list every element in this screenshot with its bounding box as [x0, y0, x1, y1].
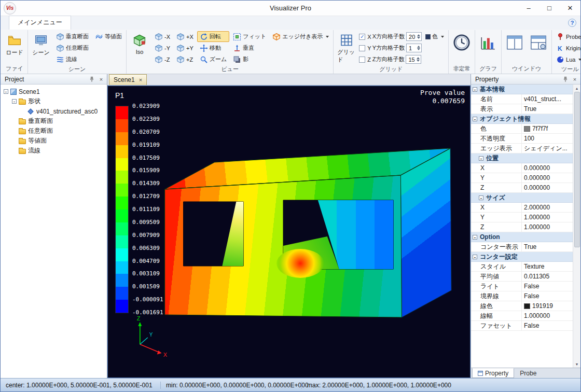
- tab-main-menu[interactable]: メインメニュー: [9, 16, 71, 30]
- property-value[interactable]: 2.000000: [522, 204, 573, 211]
- view-plus-x-button[interactable]: +X: [174, 31, 196, 42]
- property-row-表示[interactable]: 表示True: [471, 104, 573, 114]
- property-row-Z[interactable]: Z1.000000: [471, 222, 573, 232]
- close-panel-icon[interactable]: ×: [98, 76, 105, 83]
- property-value[interactable]: 0.000000: [522, 164, 573, 172]
- streamline-button[interactable]: 流線: [53, 54, 91, 65]
- pin-icon[interactable]: [88, 76, 95, 83]
- window-layout-button[interactable]: [503, 31, 526, 64]
- zoom-button[interactable]: ズーム: [197, 54, 230, 65]
- tree-collapse-icon[interactable]: -: [12, 99, 17, 104]
- spinner-arrows-icon[interactable]: [417, 57, 420, 62]
- unsteady-button[interactable]: [450, 31, 473, 64]
- property-value[interactable]: シェイディン...: [522, 144, 573, 153]
- tree-item-形状[interactable]: -形状: [1, 96, 107, 106]
- isosurface-button[interactable]: 等値面: [92, 31, 125, 42]
- property-value[interactable]: True: [522, 243, 573, 250]
- grid-x-checkbox[interactable]: X: [359, 31, 371, 42]
- property-value[interactable]: 7f7f7f: [522, 125, 573, 132]
- property-value[interactable]: True: [522, 105, 573, 113]
- lua-button[interactable]: Lua: [554, 54, 581, 65]
- property-value[interactable]: False: [522, 283, 573, 290]
- viewport-3d[interactable]: Z X Y P1 Prove value 0.007659 0.0239090.: [107, 86, 471, 378]
- property-row-Y[interactable]: Y1.000000: [471, 213, 573, 222]
- view-plus-y-button[interactable]: +Y: [174, 43, 196, 53]
- window-arrange-button[interactable]: [527, 31, 550, 64]
- close-panel-icon[interactable]: ×: [571, 76, 578, 83]
- move-button[interactable]: 移動: [197, 43, 230, 53]
- kriging-button[interactable]: Kriging: [554, 43, 581, 53]
- property-category-サイズ[interactable]: -サイズ: [471, 193, 573, 203]
- tree-item-等値面[interactable]: 等値面: [1, 136, 107, 146]
- property-value[interactable]: 1.000000: [522, 214, 573, 221]
- property-scrollbar[interactable]: ▲ ▼: [573, 85, 580, 368]
- tab-scene1[interactable]: Scene1 ×: [109, 74, 147, 85]
- property-category-Option[interactable]: -Option: [471, 232, 573, 242]
- vertical-button[interactable]: 垂直: [230, 43, 269, 53]
- grid-button[interactable]: グリッド: [335, 31, 358, 64]
- collapse-icon[interactable]: -: [479, 195, 483, 200]
- help-button[interactable]: ?: [568, 19, 576, 27]
- tree-item-垂直断面[interactable]: 垂直断面: [1, 116, 107, 126]
- property-row-コンター表示[interactable]: コンター表示True: [471, 242, 573, 252]
- property-value[interactable]: Texture: [522, 263, 573, 270]
- property-category-位置[interactable]: -位置: [471, 153, 573, 163]
- tab-property[interactable]: Property: [472, 368, 514, 378]
- tree-collapse-icon[interactable]: -: [4, 89, 8, 94]
- property-value[interactable]: 0.000000: [522, 184, 573, 191]
- view-minus-y-button[interactable]: -Y: [152, 43, 173, 53]
- property-row-境界線[interactable]: 境界線False: [471, 291, 573, 301]
- property-row-エッジ表示[interactable]: エッジ表示シェイディン...: [471, 144, 573, 153]
- view-minus-x-button[interactable]: -X: [152, 31, 173, 42]
- probe-button[interactable]: Probe: [554, 31, 581, 42]
- property-value[interactable]: 1.000000: [522, 312, 573, 319]
- scene-button[interactable]: シーン: [30, 31, 52, 64]
- maximize-button[interactable]: □: [539, 1, 560, 16]
- arbitrary-section-button[interactable]: 任意断面: [53, 43, 91, 53]
- grid-color-button[interactable]: 色: [423, 31, 447, 42]
- property-row-名前[interactable]: 名前v401_struct...: [471, 94, 573, 104]
- property-row-X[interactable]: X2.000000: [471, 203, 573, 213]
- scroll-up-icon[interactable]: ▲: [574, 85, 580, 92]
- property-row-Y[interactable]: Y0.000000: [471, 173, 573, 183]
- collapse-icon[interactable]: -: [479, 156, 483, 161]
- property-row-X[interactable]: X0.000000: [471, 163, 573, 173]
- tree-item-Scene1[interactable]: -Scene1: [1, 87, 107, 96]
- z-grid-count-input[interactable]: 15: [406, 55, 421, 64]
- property-row-ファセット[interactable]: ファセットFalse: [471, 321, 573, 331]
- grid-z-checkbox[interactable]: Z: [359, 54, 371, 65]
- property-row-スタイル[interactable]: スタイルTexture: [471, 262, 573, 272]
- load-button[interactable]: ロード: [3, 31, 26, 64]
- collapse-icon[interactable]: -: [473, 255, 477, 259]
- vertical-section-button[interactable]: 垂直断面: [53, 31, 91, 42]
- view-plus-z-button[interactable]: +Z: [174, 54, 196, 65]
- property-value[interactable]: 0.000000: [522, 174, 573, 181]
- collapse-icon[interactable]: -: [473, 117, 477, 121]
- tree-item-v401_structured_asc0[interactable]: v401_structured_asc0: [1, 106, 107, 116]
- y-grid-count-input[interactable]: 1: [406, 44, 422, 52]
- collapse-icon[interactable]: -: [473, 235, 477, 240]
- graph-button[interactable]: [477, 31, 500, 64]
- tab-probe[interactable]: Probe: [514, 368, 542, 378]
- x-grid-count-input[interactable]: 20: [406, 32, 422, 41]
- fit-button[interactable]: フィット: [230, 31, 269, 42]
- close-button[interactable]: ✕: [560, 1, 580, 16]
- property-value[interactable]: 0.011305: [522, 273, 573, 280]
- property-category-オブジェクト情報[interactable]: -オブジェクト情報: [471, 114, 573, 124]
- scroll-down-icon[interactable]: ▼: [574, 360, 580, 368]
- pin-icon[interactable]: [562, 76, 569, 83]
- property-row-Z[interactable]: Z0.000000: [471, 183, 573, 193]
- property-row-ライト[interactable]: ライトFalse: [471, 282, 573, 291]
- property-row-不透明度[interactable]: 不透明度100: [471, 134, 573, 144]
- minimize-button[interactable]: –: [518, 1, 539, 16]
- grid-y-checkbox[interactable]: Y: [359, 43, 371, 53]
- collapse-icon[interactable]: -: [473, 87, 477, 92]
- iso-view-button[interactable]: Iso: [128, 31, 151, 64]
- view-minus-z-button[interactable]: -Z: [152, 54, 173, 65]
- property-row-線色[interactable]: 線色191919: [471, 301, 573, 311]
- rotate-button[interactable]: 回転: [197, 31, 230, 42]
- property-value[interactable]: 191919: [522, 302, 573, 310]
- title-bar[interactable]: Vis Visualizer Pro – □ ✕: [1, 1, 580, 16]
- property-value[interactable]: 1.000000: [522, 223, 573, 231]
- spinner-arrows-icon[interactable]: [417, 34, 420, 39]
